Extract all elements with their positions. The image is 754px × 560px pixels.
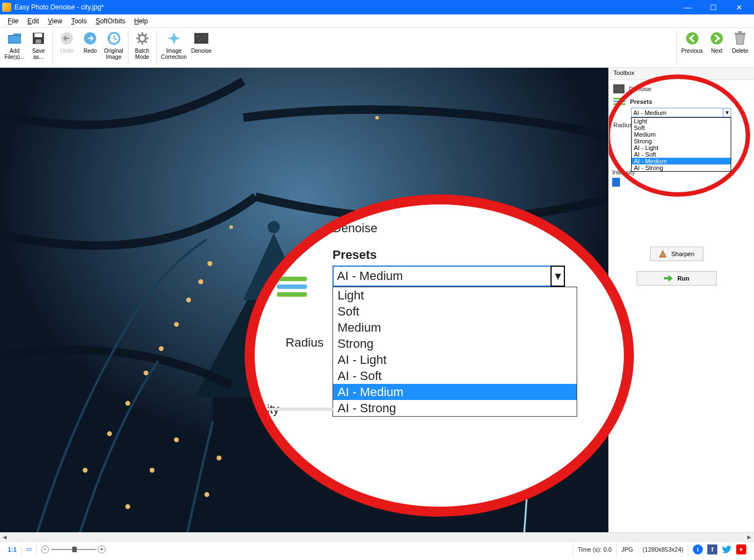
- app-icon: [2, 3, 11, 12]
- presets-select-value: AI - Medium: [633, 109, 666, 116]
- folder-icon: [7, 31, 22, 46]
- preset-option[interactable]: AI - Strong: [333, 400, 577, 416]
- preset-option[interactable]: Strong: [333, 336, 577, 352]
- denoise-button[interactable]: Denoise: [189, 29, 214, 55]
- menu-softorbits[interactable]: SoftOrbits: [91, 16, 130, 26]
- denoise-section-icon: [613, 84, 624, 93]
- run-button[interactable]: Run: [637, 271, 717, 286]
- svg-point-43: [216, 456, 221, 461]
- scroll-right-icon[interactable]: ►: [745, 533, 754, 542]
- preset-option[interactable]: Soft: [632, 124, 731, 131]
- svg-line-13: [138, 41, 140, 43]
- svg-point-40: [150, 468, 155, 473]
- preset-option[interactable]: Strong: [632, 138, 731, 144]
- trash-icon: [732, 31, 748, 46]
- toolbox-panel: Toolbox Denoise Presets AI - Medium ▾ Li…: [608, 68, 754, 532]
- svg-point-30: [83, 468, 88, 473]
- toolbox-title: Toolbox: [609, 68, 754, 80]
- next-button[interactable]: Next: [705, 29, 728, 55]
- add-files-button[interactable]: Add File(s)...: [2, 29, 27, 61]
- menu-edit[interactable]: Edit: [23, 16, 43, 26]
- preset-option[interactable]: Medium: [333, 319, 577, 336]
- svg-rect-1: [34, 33, 42, 37]
- facebook-icon[interactable]: f: [707, 544, 717, 554]
- presets-label: Presets: [630, 98, 652, 105]
- zoom-in-icon[interactable]: +: [98, 546, 106, 553]
- denoise-section-label: Denoise: [629, 86, 651, 92]
- redo-icon: [82, 31, 98, 46]
- original-image-button[interactable]: Original Image: [102, 29, 125, 61]
- scroll-left-icon[interactable]: ◄: [0, 533, 9, 542]
- svg-point-36: [186, 298, 191, 303]
- svg-point-18: [201, 38, 202, 39]
- svg-point-38: [207, 261, 212, 266]
- delete-button[interactable]: Delete: [728, 29, 752, 55]
- info-icon[interactable]: i: [693, 544, 703, 554]
- svg-point-21: [686, 32, 698, 44]
- next-icon: [709, 31, 725, 46]
- menu-help[interactable]: Help: [130, 16, 152, 26]
- zoom-out-icon[interactable]: −: [41, 546, 49, 553]
- status-time: Time (s): 0.0: [573, 542, 616, 556]
- sharpen-button[interactable]: Sharpen: [650, 247, 703, 261]
- undo-button[interactable]: Undo: [55, 29, 78, 55]
- previous-button[interactable]: Previous: [679, 29, 705, 55]
- image-correction-button[interactable]: Image Correction: [159, 29, 189, 61]
- zoom-ratio[interactable]: 1:1: [3, 542, 21, 556]
- svg-point-22: [711, 32, 723, 44]
- preset-option[interactable]: Soft: [333, 303, 577, 319]
- annotation-circle-large: Denoise Presets AI - Medium ▾ LightSoftM…: [245, 194, 634, 517]
- save-icon: [31, 31, 46, 46]
- save-as-button[interactable]: Save as...: [27, 29, 50, 61]
- preset-option[interactable]: AI - Medium: [333, 384, 577, 400]
- intensity-slider-thumb[interactable]: [612, 178, 620, 187]
- svg-line-11: [138, 34, 140, 36]
- menu-file[interactable]: File: [3, 16, 23, 26]
- preset-option[interactable]: AI - Light: [333, 352, 577, 368]
- window-title: Easy Photo Denoise - city.jpg*: [14, 3, 675, 11]
- chevron-down-icon: ▾: [550, 266, 565, 287]
- twitter-icon[interactable]: [722, 544, 732, 554]
- zoom-presets-select[interactable]: AI - Medium ▾: [333, 266, 565, 287]
- menu-tools[interactable]: Tools: [67, 16, 91, 26]
- presets-icon: [613, 98, 626, 106]
- svg-marker-46: [659, 251, 666, 257]
- presets-dropdown[interactable]: LightSoftMediumStrongAI - LightAI - Soft…: [631, 117, 731, 172]
- undo-icon: [59, 31, 75, 46]
- fit-icon[interactable]: ▭: [21, 542, 36, 556]
- svg-point-37: [199, 279, 204, 284]
- zoom-presets-dropdown[interactable]: LightSoftMediumStrongAI - LightAI - Soft…: [333, 287, 577, 417]
- preset-option[interactable]: AI - Soft: [333, 368, 577, 384]
- svg-point-44: [229, 225, 233, 229]
- preset-option[interactable]: Light: [632, 118, 731, 124]
- presets-select[interactable]: AI - Medium ▾: [631, 108, 731, 117]
- preset-option[interactable]: AI - Soft: [632, 151, 731, 158]
- batch-mode-button[interactable]: Batch Mode: [131, 29, 154, 61]
- preset-option[interactable]: Light: [333, 287, 577, 303]
- zoom-slider[interactable]: − +: [36, 542, 110, 556]
- preset-option[interactable]: AI - Light: [632, 144, 731, 151]
- preset-option[interactable]: AI - Strong: [632, 164, 731, 171]
- zoom-intensity-slider[interactable]: [245, 408, 334, 411]
- svg-rect-2: [36, 39, 41, 43]
- maximize-button[interactable]: ☐: [701, 0, 726, 14]
- preset-option[interactable]: Medium: [632, 131, 731, 138]
- titlebar: Easy Photo Denoise - city.jpg* — ☐ ✕: [0, 0, 754, 14]
- horizontal-scrollbar[interactable]: ◄ ►: [0, 532, 754, 542]
- menu-view[interactable]: View: [43, 16, 67, 26]
- preset-option[interactable]: AI - Medium: [632, 158, 731, 164]
- svg-point-6: [139, 35, 146, 42]
- menubar: File Edit View Tools SoftOrbits Help: [0, 14, 754, 28]
- redo-button[interactable]: Redo: [78, 29, 102, 55]
- svg-point-33: [143, 371, 148, 376]
- youtube-icon[interactable]: [736, 544, 746, 554]
- svg-point-34: [159, 346, 164, 351]
- status-dimensions: (1280x853x24): [638, 542, 688, 556]
- previous-icon: [684, 31, 700, 46]
- sharpen-icon: [659, 250, 667, 258]
- close-button[interactable]: ✕: [726, 0, 752, 14]
- status-format: JPG: [616, 542, 637, 556]
- minimize-button[interactable]: —: [675, 0, 701, 14]
- run-icon: [664, 275, 673, 282]
- svg-point-41: [174, 437, 179, 442]
